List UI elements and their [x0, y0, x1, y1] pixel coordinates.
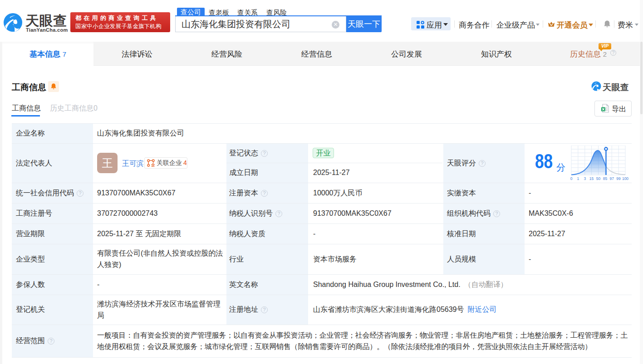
svg-text:0: 0	[570, 176, 573, 181]
svg-text:15: 15	[589, 176, 594, 181]
svg-text:1: 1	[577, 176, 579, 181]
svg-text:97: 97	[609, 176, 614, 181]
svg-text:100: 100	[622, 176, 628, 181]
svg-text:85: 85	[603, 176, 608, 181]
svg-text:3: 3	[584, 176, 586, 181]
svg-text:99: 99	[616, 176, 621, 181]
svg-text:50: 50	[596, 176, 601, 181]
svg-text:企: 企	[151, 163, 155, 167]
